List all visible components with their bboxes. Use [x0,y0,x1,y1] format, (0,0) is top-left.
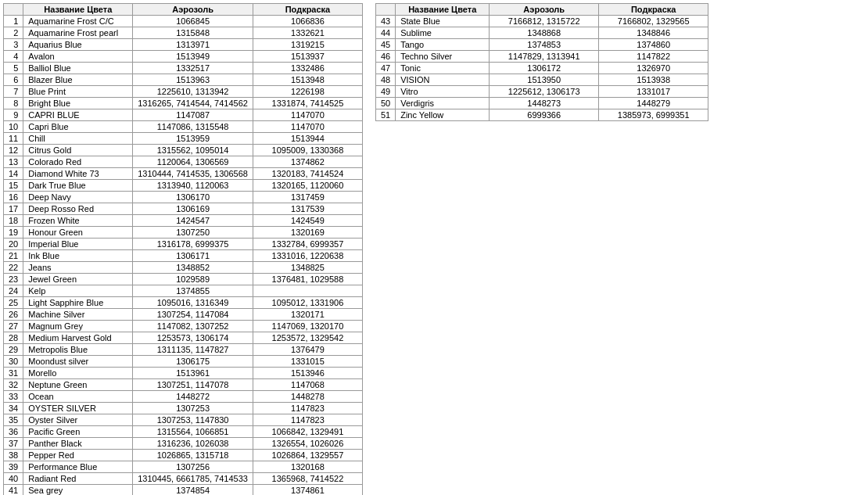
table-cell: Honour Green [23,227,133,239]
table-cell: 10 [4,121,23,133]
table-cell: 21 [4,250,23,262]
table-cell: 8 [4,98,23,109]
table-cell: 1331016, 1220638 [253,250,362,262]
table-cell: Oyster Silver [23,414,133,426]
table-cell: 47 [375,63,395,74]
table-cell: 35 [4,414,23,426]
table-cell: 1513944 [253,133,362,145]
table-cell: Chill [23,133,133,145]
table-cell: 1348852 [133,262,253,274]
table-cell: 1147823 [253,414,362,426]
table-cell: 1315848 [133,27,253,39]
table-cell: 1374860 [599,39,708,51]
table-cell: 1315562, 1095014 [133,145,253,156]
table-row: 41Sea grey13748541374861 [4,485,363,496]
table-cell: 13 [4,156,23,168]
right-table: Название ЦветаАэрозольПодкраска43State B… [375,3,708,121]
table-cell: 6999366 [490,109,599,121]
table-cell: 1307250 [133,227,253,239]
table-cell: 1026864, 1329557 [253,450,362,461]
table-cell: Imperial Blue [23,239,133,250]
table-cell: Jewel Green [23,274,133,285]
table-cell: 29 [4,344,23,356]
table-cell: 46 [375,51,395,63]
table-cell: Performance Blue [23,461,133,473]
table-cell: 1306175 [133,356,253,368]
table-cell: Ink Blue [23,250,133,262]
right-header-cell: Аэрозоль [490,4,599,16]
table-cell: Pacific Green [23,426,133,438]
table-cell: 1147823 [253,403,362,414]
table-cell: 48 [375,74,395,86]
table-row: 24Kelp1374855 [4,285,363,297]
table-row: 27Magnum Grey1147082, 13072521147069, 13… [4,321,363,332]
table-cell: 27 [4,321,23,332]
table-cell: 22 [4,262,23,274]
table-cell: 1424547 [133,215,253,227]
table-cell: 7 [4,86,23,98]
table-cell: Deep Rosso Red [23,203,133,215]
table-cell: 14 [4,168,23,180]
table-cell: Neptune Green [23,379,133,391]
table-cell: 1331874, 7414525 [253,98,362,109]
table-cell [253,285,362,297]
table-row: 6Blazer Blue15139631513948 [4,74,363,86]
table-cell: Kelp [23,285,133,297]
table-row: 25Light Sapphire Blue1095016, 1316349109… [4,297,363,309]
table-cell: 1147086, 1315548 [133,121,253,133]
table-cell: 1374861 [253,485,362,496]
table-cell: 1147068 [253,379,362,391]
table-cell: Pepper Red [23,450,133,461]
table-cell: 1448279 [599,98,708,109]
table-cell: 6 [4,74,23,86]
table-row: 32Neptune Green1307251, 11470781147068 [4,379,363,391]
table-row: 21Ink Blue13061711331016, 1220638 [4,250,363,262]
table-row: 47Tonic13061721326970 [375,63,708,74]
table-cell: 1319215 [253,39,362,51]
table-cell: 1307256 [133,461,253,473]
table-cell: Aquarius Blue [23,39,133,51]
table-cell: 1320168 [253,461,362,473]
table-cell: 1448273 [490,98,599,109]
table-cell: 1307253 [133,403,253,414]
table-cell: Sublime [396,27,490,39]
table-cell: 1315564, 1066851 [133,426,253,438]
table-cell: Frozen White [23,215,133,227]
table-cell: 1374853 [490,39,599,51]
table-cell: 26 [4,309,23,321]
table-cell: 1513946 [253,368,362,379]
table-cell: 1066836 [253,16,362,27]
table-cell: 1316265, 7414544, 7414562 [133,98,253,109]
table-cell: 1331017 [599,86,708,98]
table-cell: Tango [396,39,490,51]
table-row: 29Metropolis Blue1311135, 11478271376479 [4,344,363,356]
left-col-num [4,4,23,16]
table-cell: 38 [4,450,23,461]
table-cell: 1310445, 6661785, 7414533 [133,473,253,485]
table-cell: 11 [4,133,23,145]
table-cell: Dark True Blue [23,180,133,192]
left-col-aerosol: Аэрозоль [133,4,253,16]
table-cell: 7166812, 1315722 [490,16,599,27]
table-cell: 23 [4,274,23,285]
table-cell: 32 [4,379,23,391]
table-cell: Deep Navy [23,192,133,203]
table-row: 36Pacific Green1315564, 10668511066842, … [4,426,363,438]
table-cell: Balliol Blue [23,63,133,74]
table-cell: Magnum Grey [23,321,133,332]
table-cell: 1316236, 1026038 [133,438,253,450]
table-cell: 1424549 [253,215,362,227]
table-cell: Avalon [23,51,133,63]
table-row: 19Honour Green13072501320169 [4,227,363,239]
table-row: 50Verdigris14482731448279 [375,98,708,109]
table-cell: 1066842, 1329491 [253,426,362,438]
table-row: 34OYSTER SILVER13072531147823 [4,403,363,414]
table-cell: 39 [4,461,23,473]
table-row: 26Machine Silver1307254, 11470841320171 [4,309,363,321]
table-cell: 1513948 [253,74,362,86]
table-cell: 1320183, 7414524 [253,168,362,180]
table-row: 23Jewel Green10295891376481, 1029588 [4,274,363,285]
table-cell: 1332621 [253,27,362,39]
table-cell: Colorado Red [23,156,133,168]
table-cell: 1307253, 1147830 [133,414,253,426]
